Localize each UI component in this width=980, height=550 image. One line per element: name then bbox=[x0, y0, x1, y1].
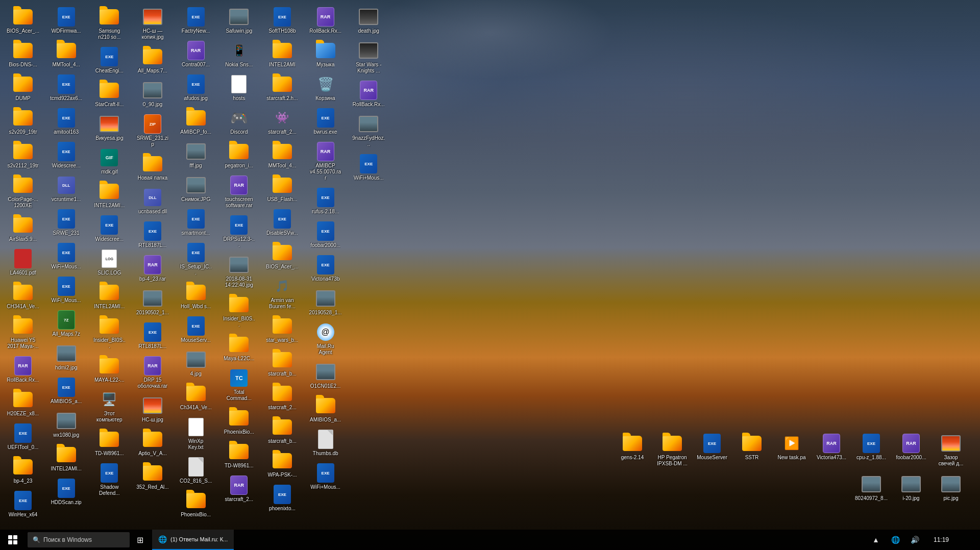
icon-mouseserver[interactable]: EXE MouseServer bbox=[694, 431, 730, 469]
icon-wifi-mouse-2[interactable]: EXE WiFi+Mous... bbox=[307, 461, 344, 492]
tray-volume-icon[interactable]: 🔊 bbox=[906, 530, 923, 550]
icon-starcraft-ll[interactable]: StarCraft-ll... bbox=[91, 78, 128, 110]
icon-wifi-mouse-1[interactable]: EXE WiFi+Mous... bbox=[350, 152, 387, 183]
icon-touchscreen[interactable]: RAR touchscreensoftware.rar bbox=[220, 173, 257, 211]
icon-co2-816-s[interactable]: CO2_816_S... bbox=[178, 455, 214, 486]
icon-starcraft-b[interactable]: starcraft_b... bbox=[264, 347, 301, 379]
icon-bios-acer-2[interactable]: BIOS_Acer_... bbox=[264, 240, 301, 272]
icon-td-w8961[interactable]: TD-W8961... bbox=[91, 427, 128, 459]
icon-aptio-v-a[interactable]: Aptio_V_A... bbox=[134, 427, 171, 459]
icon-4-jpg[interactable]: 4.jpg bbox=[178, 347, 214, 379]
icon-rtl8187l[interactable]: EXE RTL8187L... bbox=[134, 219, 171, 251]
icon-starcraft-2-folder[interactable]: starcraft_2... bbox=[264, 381, 301, 413]
icon-armin-van[interactable]: 🎵 Armin vanBuuren fe... bbox=[264, 274, 301, 312]
taskbar-item-mailru[interactable]: 🌐 (1) Ответы Mail.ru: К... bbox=[152, 530, 234, 550]
icon-rollback[interactable]: RAR RollBack.Rx... bbox=[5, 354, 41, 385]
icon-is-setup[interactable]: EXE IS_Setup_IC... bbox=[178, 240, 214, 278]
icon-vcruntime[interactable]: DLL vcruntime1... bbox=[48, 173, 85, 205]
icon-tcmd922[interactable]: EXE tcmd922ax6... bbox=[48, 72, 85, 104]
icon-amibios-a-2[interactable]: AMIBIOS_a... bbox=[307, 393, 344, 425]
icon-foobar2000[interactable]: RAR foobar2000... bbox=[893, 431, 929, 469]
icon-korzina[interactable]: 🗑️ Корзина bbox=[307, 72, 344, 104]
icon-all-maps-7[interactable]: All_Maps.7... bbox=[134, 44, 171, 76]
icon-la4601[interactable]: LA4601.pdf bbox=[5, 246, 41, 278]
icon-intel2ami[interactable]: INTEL2AMI... bbox=[48, 442, 85, 474]
icon-holl-wbd[interactable]: Holl_Wbd s... bbox=[178, 280, 214, 312]
icon-bios-acer[interactable]: BIOS_Acer_... bbox=[5, 5, 41, 36]
icon-muzika[interactable]: Музыка bbox=[307, 38, 344, 70]
icon-starcraft-b-2[interactable]: starcraft_b... bbox=[264, 415, 301, 446]
icon-safuwin[interactable]: Safuwin.jpg bbox=[220, 5, 257, 36]
icon-mmtool-4-2[interactable]: MMTool_4... bbox=[264, 139, 301, 171]
icon-death-jpg[interactable]: death.jpg bbox=[350, 5, 387, 36]
icon-uefi-tool[interactable]: EXE UEFITool_0... bbox=[5, 421, 41, 453]
icon-amitool163[interactable]: EXE amitool163 bbox=[48, 106, 85, 137]
show-desktop-button[interactable] bbox=[960, 530, 976, 550]
icon-shadow-def[interactable]: EXE ShadowDefend... bbox=[91, 461, 128, 498]
icon-starwars-b[interactable]: star_wars_b... bbox=[264, 314, 301, 345]
icon-usb-flash[interactable]: USB_Flash... bbox=[264, 173, 301, 205]
icon-rollback-rx-2[interactable]: RAR RollBack.Rx... bbox=[350, 78, 387, 110]
icon-352-red-al[interactable]: 352_Red_Al... bbox=[134, 461, 171, 492]
icon-hc-sh-2[interactable]: НС-ш.jpg bbox=[134, 393, 171, 425]
icon-h20eze[interactable]: H20EZE_x8... bbox=[5, 387, 41, 419]
icon-samsung-n210[interactable]: Samsungn210 so... bbox=[91, 5, 128, 42]
icon-amibcp-fo[interactable]: AMIBCP_fo... bbox=[178, 106, 214, 137]
icon-slic-log[interactable]: LOG SLIC.LOG bbox=[91, 246, 128, 278]
icon-drp15[interactable]: RAR DRP 15оболочка.rar bbox=[134, 354, 171, 391]
icon-rufus[interactable]: EXE rufus-2.18... bbox=[307, 185, 344, 217]
icon-hp-pegatron[interactable]: HP PegatronIPXSB-DM ... bbox=[654, 431, 691, 469]
icon-nokia-sns[interactable]: 📱 Nokia Sns... bbox=[220, 38, 257, 70]
icon-victoria-473[interactable]: RAR Victoria473... bbox=[813, 431, 850, 469]
icon-colorpage[interactable]: ColorPage-...1200XE bbox=[5, 173, 41, 211]
icon-bp-4-23[interactable]: bp-4_23 bbox=[5, 455, 41, 486]
icon-maya-l22c[interactable]: Maya-L22C... bbox=[220, 332, 257, 364]
icon-afudos[interactable]: EXE afudos.jpg bbox=[178, 72, 214, 104]
icon-phoenixto[interactable]: EXE phoenixto... bbox=[264, 482, 301, 514]
icon-airslax[interactable]: AirSlax5.9... bbox=[5, 213, 41, 244]
icon-19502-1[interactable]: 20190502_1... bbox=[134, 286, 171, 318]
icon-disable-svw[interactable]: EXE DisableSVw... bbox=[264, 207, 301, 238]
icon-pegatron-i[interactable]: pegatron_i... bbox=[220, 139, 257, 171]
icon-winxp-key[interactable]: WinXpKey.txt bbox=[178, 415, 214, 453]
tray-network-icon[interactable]: 🌐 bbox=[887, 530, 903, 550]
icon-snimok[interactable]: Снимок.JPG bbox=[178, 173, 214, 205]
icon-factory-new[interactable]: EXE FactryNew... bbox=[178, 5, 214, 36]
icon-bp-4-23-rar[interactable]: RAR bp-4_23.rar bbox=[134, 253, 171, 284]
icon-insider-bios-2[interactable]: Insider_BI0S... bbox=[220, 292, 257, 330]
icon-widescreen-2[interactable]: EXE Widescree... bbox=[91, 213, 128, 244]
icon-bios-dns[interactable]: Bios-DNS-... bbox=[5, 38, 41, 70]
icon-novaya-papka[interactable]: Новая папка bbox=[134, 152, 171, 183]
icon-hdmi2jpg[interactable]: hdmi2.jpg bbox=[48, 341, 85, 373]
tray-show-hidden[interactable]: ▲ bbox=[868, 530, 884, 550]
icon-foobar[interactable]: EXE foobar2000... bbox=[307, 219, 344, 251]
icon-rtl8187l-2[interactable]: EXE RTL8187L... bbox=[134, 320, 171, 352]
icon-starcraft-2-exe[interactable]: 👾 starcraft_2... bbox=[264, 106, 301, 137]
icon-o1cn01e2[interactable]: O1CN01E2... bbox=[307, 360, 344, 391]
icon-wpa-psk[interactable]: WPA-PSK-... bbox=[264, 448, 301, 480]
icon-hdd-scan[interactable]: EXE HDDScan.zip bbox=[48, 476, 85, 508]
icon-sstr[interactable]: SSTR bbox=[733, 431, 770, 469]
icon-mail-ru-agent[interactable]: @ Mail.RuAgent bbox=[307, 320, 344, 358]
icon-hosts[interactable]: hosts bbox=[220, 72, 257, 104]
icon-drpsu12[interactable]: EXE DRPSu12.3-... bbox=[220, 213, 257, 251]
icon-srwe-231-zip[interactable]: ZIP SRWE_231.zip bbox=[134, 112, 171, 149]
icon-softth108b[interactable]: EXE SoftTH108b bbox=[264, 5, 301, 36]
icon-mmtool[interactable]: MMTool_4... bbox=[48, 38, 85, 70]
icon-etot-komputer[interactable]: 🖥️ Этоткомпьютер bbox=[91, 387, 128, 425]
icon-victoria-exe[interactable]: EXE Victona473b bbox=[307, 253, 344, 284]
icon-ch341a-ve[interactable]: Ch341A_Ve... bbox=[178, 381, 214, 413]
icon-intel2ami-2[interactable]: INTEL2AMI... bbox=[91, 179, 128, 211]
icon-amibios-a[interactable]: EXE AMIBIOS_a... bbox=[48, 375, 85, 407]
icon-mdk-gif[interactable]: GIF mdk.gif bbox=[91, 145, 128, 177]
icon-total-cmd[interactable]: TC TotalCommad... bbox=[220, 366, 257, 404]
icon-smartmont[interactable]: EXE smartmont... bbox=[178, 207, 214, 238]
icon-starcraft-2[interactable]: RAR starcraft_2... bbox=[220, 473, 257, 505]
icon-ucnbased[interactable]: DLL ucnbased.dll bbox=[134, 185, 171, 217]
icon-dump[interactable]: DUMP bbox=[5, 72, 41, 104]
icon-phoenixbio-2[interactable]: PhoenixBio... bbox=[220, 406, 257, 437]
icon-insider-bios[interactable]: Insider_BI0S... bbox=[91, 314, 128, 352]
icon-rollback-rx[interactable]: RAR RollBack.Rx... bbox=[307, 5, 344, 36]
icon-fff-jpg[interactable]: fff.jpg bbox=[178, 139, 214, 171]
icon-maya-l22[interactable]: MAYA-L22-... bbox=[91, 354, 128, 385]
